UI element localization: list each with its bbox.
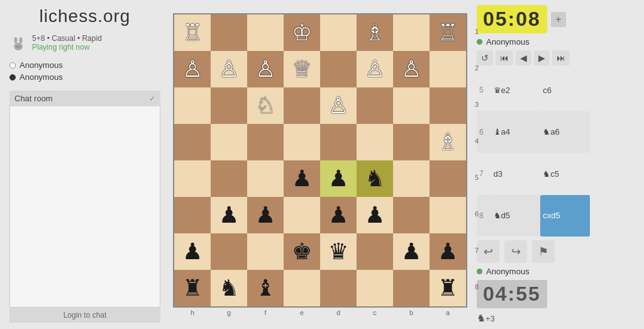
square[interactable]: [357, 233, 393, 270]
game-info: 5+8 • Casual • Rapid Playing right now: [9, 34, 160, 53]
square[interactable]: ♟: [174, 233, 211, 270]
square[interactable]: ♝: [247, 270, 284, 306]
white-move[interactable]: ♛e2: [491, 69, 541, 111]
square[interactable]: ♙: [174, 51, 211, 87]
square[interactable]: [174, 197, 211, 233]
square[interactable]: [284, 270, 320, 306]
square[interactable]: [247, 160, 284, 197]
square[interactable]: [430, 197, 466, 233]
square[interactable]: ♟: [284, 160, 320, 197]
square[interactable]: ♖: [174, 14, 211, 51]
piece: ♟: [328, 204, 348, 226]
square[interactable]: [174, 124, 211, 160]
black-move[interactable]: ♞c5: [540, 153, 590, 195]
square[interactable]: [247, 233, 284, 270]
forward-button[interactable]: ↪: [504, 240, 527, 263]
square[interactable]: ♙: [320, 87, 357, 124]
piece: ♘: [255, 94, 275, 117]
file-labels: h g f e d c b a: [174, 309, 466, 316]
square[interactable]: ♙: [211, 51, 247, 87]
square[interactable]: ♛: [320, 233, 357, 270]
square[interactable]: [393, 87, 430, 124]
black-move[interactable]: c6: [540, 69, 590, 111]
square[interactable]: ♙: [393, 51, 430, 87]
rank-label: 1: [473, 13, 479, 50]
square[interactable]: [393, 197, 430, 233]
square[interactable]: [320, 124, 357, 160]
last-button[interactable]: ⏭: [552, 50, 570, 65]
square[interactable]: [393, 14, 430, 51]
chat-login[interactable]: Login to chat: [9, 308, 160, 323]
square[interactable]: [211, 233, 247, 270]
square[interactable]: [174, 160, 211, 197]
square[interactable]: [357, 87, 393, 124]
square[interactable]: [320, 51, 357, 87]
square[interactable]: ♚: [284, 233, 320, 270]
player-name-black: Anonymous: [19, 72, 63, 82]
square[interactable]: ♜: [430, 270, 466, 306]
rank-label: 5: [473, 159, 479, 196]
square[interactable]: ♟: [393, 233, 430, 270]
square[interactable]: ♞: [211, 270, 247, 306]
square[interactable]: ♗: [357, 14, 393, 51]
piece: ♗: [438, 131, 458, 153]
square[interactable]: ♕: [284, 51, 320, 87]
square[interactable]: [320, 14, 357, 51]
square[interactable]: [247, 14, 284, 51]
square[interactable]: ♟: [430, 233, 466, 270]
square[interactable]: ♖: [430, 14, 466, 51]
square[interactable]: [393, 160, 430, 197]
square[interactable]: ♗: [430, 124, 466, 160]
square[interactable]: ♟: [357, 197, 393, 233]
square[interactable]: [211, 160, 247, 197]
chat-icon: ✓: [149, 94, 155, 103]
reset-button[interactable]: ↺: [477, 50, 493, 65]
square[interactable]: ♟: [320, 197, 357, 233]
square[interactable]: [284, 197, 320, 233]
piece: ♗: [365, 21, 385, 44]
square[interactable]: [357, 270, 393, 306]
game-details: 5+8 • Casual • Rapid Playing right now: [32, 34, 102, 52]
rank-label: 6: [473, 196, 479, 232]
piece: ♔: [292, 21, 312, 44]
timer-add-button[interactable]: +: [551, 12, 566, 27]
square[interactable]: ♘: [247, 87, 284, 124]
square[interactable]: ♔: [284, 14, 320, 51]
flag-button[interactable]: ⚑: [532, 240, 555, 263]
undo-button[interactable]: ↩: [477, 240, 499, 263]
square[interactable]: ♟: [247, 197, 284, 233]
top-timer-row: 05:08 +: [477, 5, 590, 33]
move-number: 5: [477, 69, 491, 111]
next-button[interactable]: ▶: [534, 50, 550, 65]
white-move[interactable]: ♞d5: [491, 195, 541, 237]
black-move[interactable]: cxd5: [540, 195, 590, 237]
move-controls: ↺ ⏮ ◀ ▶ ⏭: [477, 50, 590, 65]
square[interactable]: [357, 124, 393, 160]
square[interactable]: [430, 160, 466, 197]
black-move[interactable]: ♞a6: [540, 111, 590, 153]
white-move[interactable]: d3: [491, 153, 541, 195]
square[interactable]: [174, 87, 211, 124]
square[interactable]: [284, 124, 320, 160]
square[interactable]: ♜: [174, 270, 211, 306]
chess-board[interactable]: ♖♔♗♖♙♙♙♕♙♙♘♙♗♟♟♞♟♟♟♟♟♚♛♟♟♜♞♝♜: [173, 13, 467, 308]
square[interactable]: [430, 87, 466, 124]
square[interactable]: [393, 124, 430, 160]
prev-button[interactable]: ◀: [516, 50, 531, 65]
square[interactable]: ♙: [357, 51, 393, 87]
square[interactable]: [247, 124, 284, 160]
square[interactable]: ♟: [320, 160, 357, 197]
square[interactable]: ♟: [211, 197, 247, 233]
square[interactable]: [211, 87, 247, 124]
top-player-name-row: Anonymous: [477, 37, 590, 47]
square[interactable]: [211, 14, 247, 51]
square[interactable]: [430, 51, 466, 87]
square[interactable]: ♞: [357, 160, 393, 197]
square[interactable]: [320, 270, 357, 306]
square[interactable]: [211, 124, 247, 160]
square[interactable]: [393, 270, 430, 306]
square[interactable]: [284, 87, 320, 124]
square[interactable]: ♙: [247, 51, 284, 87]
first-button[interactable]: ⏮: [496, 50, 513, 65]
white-move[interactable]: ♝a4: [491, 111, 541, 153]
